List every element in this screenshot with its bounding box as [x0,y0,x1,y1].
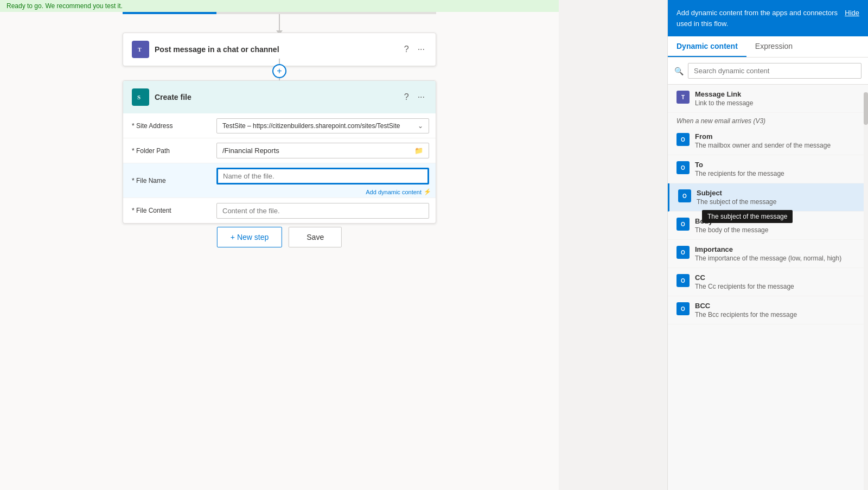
scroll-thumb[interactable] [864,92,868,125]
connector-line-1 [279,14,280,31]
lightning-icon: ⚡ [424,188,431,195]
body-desc: The body of the message [695,226,859,234]
tab-dynamic-content[interactable]: Dynamic content [668,36,746,57]
from-name: From [695,132,859,141]
importance-text: Importance The importance of the message… [695,245,859,262]
file-name-input[interactable] [216,168,429,184]
list-item[interactable]: O From The mailbox owner and sender of t… [668,127,868,155]
folder-path-field[interactable]: /Financial Reports 📁 [216,143,429,158]
importance-desc: The importance of the message (low, norm… [695,254,859,262]
sharepoint-icon: S [132,88,149,106]
info-bar: Add dynamic content from the apps and co… [668,0,868,36]
list-item[interactable]: O BCC The Bcc recipients for the message [668,296,868,324]
importance-name: Importance [695,245,859,253]
create-file-actions: ? ··· [402,91,427,103]
create-file-title: Create file [155,93,397,101]
list-item[interactable]: O Body The body of the message [668,212,868,240]
bcc-name: BCC [695,302,859,310]
chevron-down-icon: ⌄ [418,122,423,130]
from-desc: The mailbox owner and sender of the mess… [695,142,859,149]
cc-text: CC The Cc recipients for the message [695,273,859,290]
new-step-button[interactable]: + New step [217,227,282,247]
progress-bar-fill [123,12,216,14]
teams-item-icon: T [676,91,690,104]
message-link-text: Message Link Link to the message [695,90,859,107]
site-address-input-area[interactable]: TestSite – https://citizenbuilders.share… [210,113,436,138]
outlook-subject-icon: O [678,189,691,202]
plus-circle[interactable]: + [272,64,286,78]
create-file-help-btn[interactable]: ? [402,91,411,103]
post-message-title: Post message in a chat or channel [155,45,397,54]
create-file-header[interactable]: S Create file ? ··· [123,81,436,113]
file-content-input[interactable] [216,203,429,219]
search-input[interactable] [688,63,861,79]
outlook-bcc-icon: O [676,302,690,315]
create-file-body: * Site Address TestSite – https://citize… [123,113,436,223]
teams-icon: T [132,41,149,58]
folder-path-row: * Folder Path /Financial Reports 📁 [123,138,436,163]
top-banner: Ready to go. We recommend you test it. [0,0,559,12]
post-message-help-btn[interactable]: ? [402,43,411,55]
file-name-input-area[interactable]: Add dynamic content ⚡ [210,163,436,198]
outlook-importance-icon: O [676,246,690,259]
scrollbar[interactable] [864,92,868,490]
site-address-label: * Site Address [123,113,210,138]
info-bar-text: Add dynamic content from the apps and co… [676,8,838,29]
file-content-row: * File Content [123,198,436,223]
bcc-text: BCC The Bcc recipients for the message [695,302,859,319]
outlook-cc-icon: O [676,274,690,287]
cc-desc: The Cc recipients for the message [695,283,859,290]
list-item[interactable]: O Subject The subject of the message The… [668,183,868,212]
bcc-desc: The Bcc recipients for the message [695,311,859,319]
create-file-card: S Create file ? ··· * Site Address TestS… [123,80,436,224]
outlook-from-icon: O [676,133,690,146]
file-name-row: * File Name Add dynamic content ⚡ [123,163,436,198]
section-header-email: When a new email arrives (V3) [668,113,868,127]
list-item[interactable]: O To The recipients for the message [668,155,868,183]
folder-path-value: /Financial Reports [222,147,279,155]
canvas-area: Ready to go. We recommend you test it. T… [0,0,559,490]
subject-desc: The subject of the message [697,198,859,206]
panel-tabs: Dynamic content Expression [668,36,868,58]
to-text: To The recipients for the message [695,161,859,177]
message-link-desc: Link to the message [695,99,859,107]
create-file-more-btn[interactable]: ··· [416,91,427,103]
list-item[interactable]: O CC The Cc recipients for the message [668,268,868,296]
svg-text:T: T [138,47,142,53]
to-desc: The recipients for the message [695,170,859,177]
from-text: From The mailbox owner and sender of the… [695,132,859,149]
search-bar: 🔍 [668,58,868,85]
folder-path-label: * Folder Path [123,138,210,163]
cc-name: CC [695,273,859,282]
list-item[interactable]: T Message Link Link to the message [668,85,868,113]
post-message-actions: ? ··· [402,43,427,55]
add-dynamic-label: Add dynamic content [366,189,422,195]
site-address-dropdown[interactable]: TestSite – https://citizenbuilders.share… [216,118,429,133]
site-address-row: * Site Address TestSite – https://citize… [123,113,436,138]
list-item[interactable]: O Importance The importance of the messa… [668,240,868,268]
body-text: Body The body of the message [695,217,859,234]
right-panel: Add dynamic content from the apps and co… [667,0,868,490]
banner-text: Ready to go. We recommend you test it. [7,2,123,10]
outlook-body-icon: O [676,218,690,231]
search-icon: 🔍 [674,67,684,75]
site-address-value: TestSite – https://citizenbuilders.share… [222,122,400,130]
outlook-to-icon: O [676,161,690,174]
to-name: To [695,161,859,169]
bottom-actions: + New step Save [217,227,342,247]
post-message-more-btn[interactable]: ··· [416,43,427,55]
save-button[interactable]: Save [289,227,342,247]
message-link-name: Message Link [695,90,859,98]
hide-panel-btn[interactable]: Hide [845,8,859,17]
file-name-label: * File Name [123,163,210,198]
svg-text:S: S [137,94,141,100]
content-list: T Message Link Link to the message When … [668,85,868,482]
file-content-input-area[interactable] [210,198,436,223]
add-dynamic-content-bar[interactable]: Add dynamic content ⚡ [361,186,436,198]
file-content-label: * File Content [123,198,210,223]
subject-name: Subject [697,189,859,197]
folder-icon: 📁 [414,147,423,155]
body-name: Body [695,217,859,225]
tab-expression[interactable]: Expression [746,36,801,57]
folder-path-input-area[interactable]: /Financial Reports 📁 [210,138,436,163]
